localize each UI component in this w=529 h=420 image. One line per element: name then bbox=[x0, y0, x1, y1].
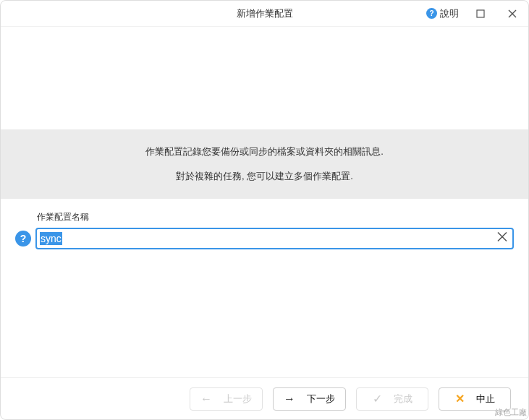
window-title: 新增作業配置 bbox=[237, 7, 293, 20]
dialog-window: 新增作業配置 ? 說明 作業配置記錄您要備份或同步的檔案或資料夾的相關訊息. 對… bbox=[0, 0, 529, 420]
info-line-2: 對於複雜的任務, 您可以建立多個作業配置. bbox=[9, 170, 520, 183]
next-button[interactable]: → 下一步 bbox=[273, 387, 346, 411]
help-icon: ? bbox=[426, 8, 437, 19]
arrow-right-icon: → bbox=[284, 393, 295, 405]
profile-name-input[interactable] bbox=[35, 228, 514, 249]
x-icon bbox=[496, 231, 508, 243]
finish-label: 完成 bbox=[394, 393, 412, 406]
arrow-left-icon: ← bbox=[200, 393, 212, 405]
titlebar: 新增作業配置 ? 說明 bbox=[1, 1, 528, 27]
square-icon bbox=[476, 9, 485, 18]
field-label: 作業配置名稱 bbox=[37, 211, 514, 223]
help-button[interactable]: ? 說明 bbox=[426, 7, 459, 20]
content-area: 作業配置記錄您要備份或同步的檔案或資料夾的相關訊息. 對於複雜的任務, 您可以建… bbox=[1, 27, 528, 377]
maximize-button[interactable] bbox=[470, 4, 491, 24]
titlebar-controls: ? 說明 bbox=[426, 4, 522, 24]
finish-button: ✓ 完成 bbox=[356, 387, 428, 411]
info-line-1: 作業配置記錄您要備份或同步的檔案或資料夾的相關訊息. bbox=[9, 145, 520, 158]
check-icon: ✓ bbox=[373, 393, 382, 405]
back-label: 上一步 bbox=[224, 393, 252, 406]
help-label: 說明 bbox=[440, 7, 459, 20]
cancel-label: 中止 bbox=[476, 393, 495, 406]
svg-rect-0 bbox=[477, 10, 484, 17]
clear-input-button[interactable] bbox=[496, 231, 508, 247]
question-icon: ? bbox=[20, 233, 27, 244]
cancel-button[interactable]: ✕ 中止 bbox=[439, 387, 511, 411]
back-button: ← 上一步 bbox=[190, 387, 263, 411]
info-banner: 作業配置記錄您要備份或同步的檔案或資料夾的相關訊息. 對於複雜的任務, 您可以建… bbox=[1, 129, 528, 199]
next-label: 下一步 bbox=[307, 393, 335, 406]
cancel-x-icon: ✕ bbox=[455, 393, 465, 405]
field-help-button[interactable]: ? bbox=[15, 231, 31, 247]
close-icon bbox=[508, 9, 517, 18]
input-row: ? sync bbox=[15, 228, 514, 249]
input-wrapper: sync bbox=[35, 228, 514, 249]
form-area: 作業配置名稱 ? sync bbox=[15, 211, 514, 249]
footer-buttons: ← 上一步 → 下一步 ✓ 完成 ✕ 中止 bbox=[1, 377, 528, 419]
close-button[interactable] bbox=[502, 4, 522, 24]
